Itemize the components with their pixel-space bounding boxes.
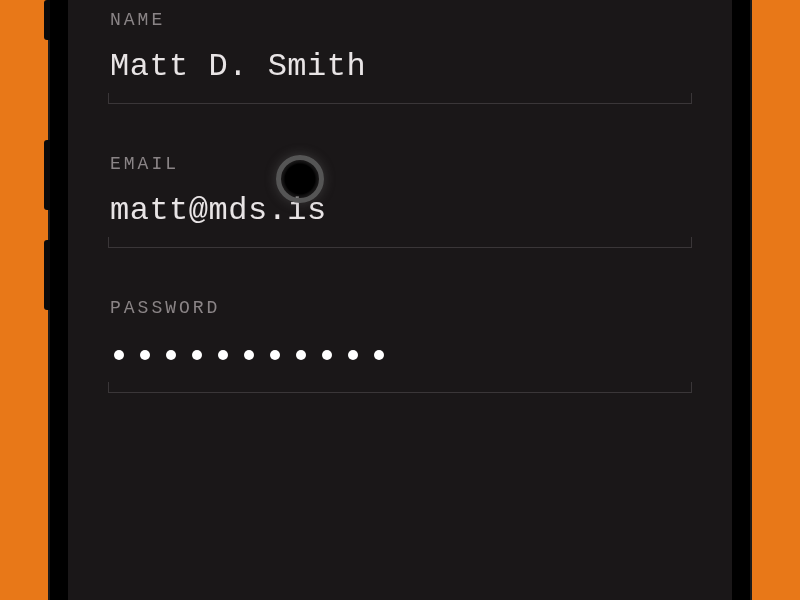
name-label: NAME xyxy=(110,10,692,30)
password-field[interactable]: PASSWORD xyxy=(108,298,692,393)
device-side-button xyxy=(44,0,50,40)
screen: NAME EMAIL PASSWORD xyxy=(68,0,732,600)
password-dot xyxy=(374,350,384,360)
password-dot xyxy=(192,350,202,360)
password-dot xyxy=(140,350,150,360)
password-dot xyxy=(296,350,306,360)
password-input[interactable] xyxy=(110,336,692,374)
password-dot xyxy=(244,350,254,360)
password-label: PASSWORD xyxy=(110,298,692,318)
device-frame: NAME EMAIL PASSWORD xyxy=(50,0,750,600)
password-dot xyxy=(322,350,332,360)
password-dot xyxy=(218,350,228,360)
device-side-button xyxy=(44,140,50,210)
email-field[interactable]: EMAIL xyxy=(108,154,692,248)
device-side-button xyxy=(44,240,50,310)
password-dot xyxy=(348,350,358,360)
password-dot xyxy=(114,350,124,360)
name-field[interactable]: NAME xyxy=(108,10,692,104)
email-label: EMAIL xyxy=(110,154,692,174)
name-input[interactable] xyxy=(110,48,692,85)
password-dot xyxy=(270,350,280,360)
email-input[interactable] xyxy=(110,192,692,229)
password-dot xyxy=(166,350,176,360)
